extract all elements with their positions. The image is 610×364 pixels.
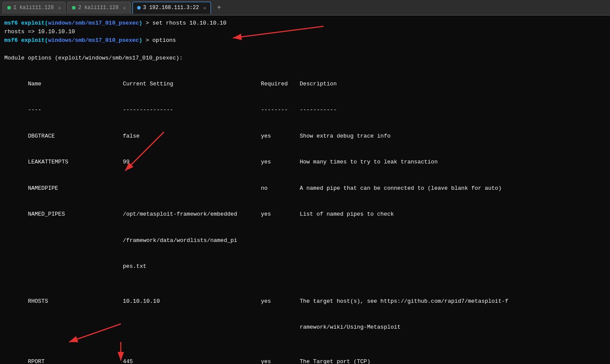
- table-row-named-pipes-2: /framework/data/wordlists/named_pi: [4, 227, 606, 253]
- table-row-rhosts-2: ramework/wiki/Using-Metasploit: [4, 314, 606, 340]
- terminal-line: rhosts => 10.10.10.10: [4, 28, 606, 36]
- terminal[interactable]: msf6 exploit(windows/smb/ms17_010_psexec…: [0, 16, 610, 364]
- table-row-dbgtrace: DBGTRACEfalseyesShow extra debug trace i…: [4, 123, 606, 149]
- tab-1-close[interactable]: ✕: [58, 5, 61, 11]
- terminal-line: [4, 63, 606, 71]
- tab-2-dot: [72, 6, 75, 9]
- tab-3-label: 3 192.168.111.3:22: [143, 5, 199, 11]
- new-tab-button[interactable]: +: [214, 2, 225, 13]
- table-row-named-pipes-1: NAMED_PIPES/opt/metasploit-framework/emb…: [4, 201, 606, 227]
- table-row-namedpipe: NAMEDPIPEnoA named pipe that can be conn…: [4, 176, 606, 201]
- table-dash-row: --------------------------------------: [4, 97, 606, 123]
- tab-3-dot: [137, 6, 141, 9]
- tab-2[interactable]: 2 kali111.128 ✕: [67, 2, 130, 14]
- table-row-leakattempts: LEAKATTEMPTS99yesHow many times to try t…: [4, 149, 606, 175]
- module-options-header: Module options (exploit/windows/smb/ms17…: [4, 54, 606, 63]
- terminal-line: [4, 340, 606, 349]
- tab-2-label: 2 kali111.128: [78, 5, 119, 11]
- table-row-named-pipes-3: pes.txt: [4, 254, 606, 279]
- table-row-rhosts-1: RHOSTS10.10.10.10yesThe target host(s), …: [4, 288, 606, 314]
- tab-1-label: 1 kali111.128: [13, 5, 54, 11]
- tab-2-close[interactable]: ✕: [123, 5, 126, 11]
- terminal-line: [4, 45, 606, 53]
- terminal-line: msf6 exploit(windows/smb/ms17_010_psexec…: [4, 19, 606, 28]
- terminal-line: [4, 279, 606, 288]
- terminal-line: msf6 exploit(windows/smb/ms17_010_psexec…: [4, 36, 606, 45]
- tab-3[interactable]: 3 192.168.111.3:22 ✕: [132, 2, 211, 14]
- tab-1[interactable]: 1 kali111.128 ✕: [3, 2, 66, 14]
- table-row-rport: RPORT445yesThe Target port (TCP): [4, 349, 606, 364]
- tab-bar: 1 kali111.128 ✕ 2 kali111.128 ✕ 3 192.16…: [0, 0, 610, 16]
- table-header-row: NameCurrent SettingRequiredDescription: [4, 71, 606, 97]
- tab-3-close[interactable]: ✕: [203, 5, 206, 11]
- tab-1-dot: [7, 6, 11, 9]
